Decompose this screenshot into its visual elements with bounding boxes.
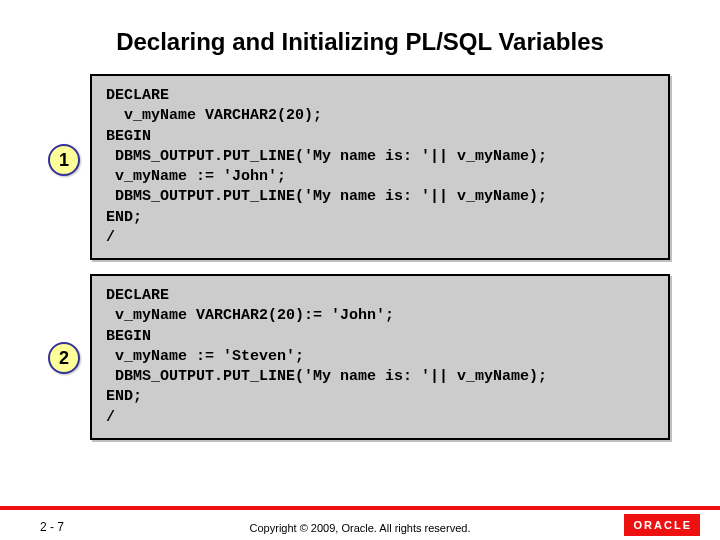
oracle-logo: ORACLE xyxy=(624,514,700,536)
footer-divider xyxy=(0,506,720,510)
code-block-1: DECLARE v_myName VARCHAR2(20); BEGIN DBM… xyxy=(90,74,670,260)
slide-title: Declaring and Initializing PL/SQL Variab… xyxy=(0,0,720,74)
copyright-text: Copyright © 2009, Oracle. All rights res… xyxy=(0,522,720,534)
footer: 2 - 7 Copyright © 2009, Oracle. All righ… xyxy=(0,498,720,540)
content-area: DECLARE v_myName VARCHAR2(20); BEGIN DBM… xyxy=(0,74,720,440)
code-block-2: DECLARE v_myName VARCHAR2(20):= 'John'; … xyxy=(90,274,670,440)
slide-container: Declaring and Initializing PL/SQL Variab… xyxy=(0,0,720,540)
